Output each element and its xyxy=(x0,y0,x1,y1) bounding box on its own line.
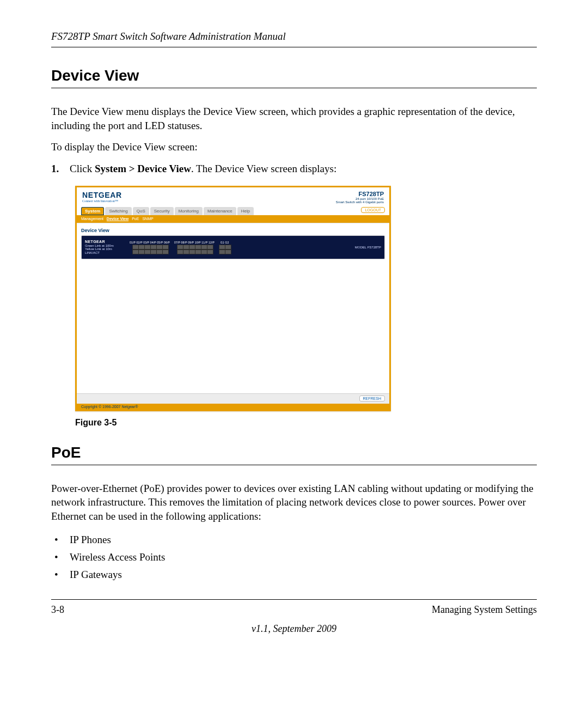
chapter-title: Managing System Settings xyxy=(432,604,537,616)
tab-maintenance[interactable]: Maintenance xyxy=(204,207,236,215)
subtab-device-view[interactable]: Device View xyxy=(107,217,128,221)
list-item: IP Gateways xyxy=(51,566,537,583)
section-heading-poe: PoE xyxy=(51,444,537,461)
subtab-snmp[interactable]: SNMP xyxy=(142,217,153,221)
step-text-prefix: Click xyxy=(70,163,95,174)
list-item: Wireless Access Points xyxy=(51,549,537,566)
subtab-management[interactable]: Management xyxy=(81,217,103,221)
netgear-logo: NETGEAR xyxy=(82,191,122,199)
brand-tagline: Connect with Innovation™ xyxy=(82,199,122,203)
model-desc-1: 24-port 10/100 PoE xyxy=(336,197,384,201)
logout-button[interactable]: LOGOUT xyxy=(361,207,385,213)
heading-rule xyxy=(51,88,537,88)
app-window: NETGEAR Connect with Innovation™ FS728TP… xyxy=(75,186,391,411)
running-header: FS728TP Smart Switch Software Administra… xyxy=(51,31,537,47)
tab-system[interactable]: System xyxy=(81,207,104,215)
step-text-bold: System > Device View xyxy=(95,163,191,174)
figure-screenshot: NETGEAR Connect with Innovation™ FS728TP… xyxy=(75,186,537,411)
copyright-bar: Copyright © 1996-2007 Netgear® xyxy=(77,404,389,410)
model-block: FS728TP 24-port 10/100 PoE Smart Switch … xyxy=(336,191,384,204)
model-desc-2: Smart Switch with 4 Gigabit ports xyxy=(336,200,384,204)
app-footer: REFRESH xyxy=(77,393,389,404)
tab-help[interactable]: Help xyxy=(237,207,254,215)
port-group-2 xyxy=(177,245,212,254)
device-brand-label: NETGEAR xyxy=(85,240,124,244)
sub-tab-bar: Management Device View PoE SNMP xyxy=(77,215,389,223)
tab-security[interactable]: Security xyxy=(150,207,174,215)
port-group-1 xyxy=(132,245,168,254)
list-item: IP Phones xyxy=(51,531,537,549)
content-area: Device View NETGEAR Green Link at 100m Y… xyxy=(77,223,389,393)
device-graphic: NETGEAR Green Link at 100m Yellow Link a… xyxy=(81,235,385,259)
model-number: FS728TP xyxy=(336,191,384,197)
heading-rule-poe xyxy=(51,465,537,465)
version-line: v1.1, September 2009 xyxy=(51,623,537,635)
figure-caption: Figure 3-5 xyxy=(75,418,537,428)
brand-block: NETGEAR Connect with Innovation™ xyxy=(82,191,122,203)
page-footer: 3-8 Managing System Settings xyxy=(51,599,537,616)
device-model-label: MODEL FS728TP xyxy=(355,246,381,249)
device-ports: 01/P 02/P 03/P 04/P 05/P 06/P 07/P 08/P … xyxy=(130,241,230,254)
step-number: 1. xyxy=(51,162,59,176)
port-group-gigabit xyxy=(219,245,230,254)
tab-qos[interactable]: QoS xyxy=(133,207,149,215)
subtab-poe[interactable]: PoE xyxy=(132,217,139,221)
section-heading-device-view: Device View xyxy=(51,67,537,84)
page-number: 3-8 xyxy=(51,604,64,616)
device-view-description: The Device View menu displays the Device… xyxy=(51,105,537,132)
main-tab-bar: System Switching QoS Security Monitoring… xyxy=(77,205,389,215)
device-left-info: NETGEAR Green Link at 100m Yellow Link a… xyxy=(85,240,124,254)
tab-switching[interactable]: Switching xyxy=(105,207,131,215)
poe-description: Power-over-Ethernet (PoE) provides power… xyxy=(51,482,537,524)
step-1: 1. Click System > Device View. The Devic… xyxy=(51,162,537,176)
step-text-suffix: . The Device View screen displays: xyxy=(191,163,336,174)
refresh-button[interactable]: REFRESH xyxy=(359,395,385,401)
device-view-instruction: To display the Device View screen: xyxy=(51,140,537,154)
panel-title: Device View xyxy=(81,228,385,233)
poe-applications-list: IP Phones Wireless Access Points IP Gate… xyxy=(51,531,537,584)
tab-monitoring[interactable]: Monitoring xyxy=(175,207,203,215)
